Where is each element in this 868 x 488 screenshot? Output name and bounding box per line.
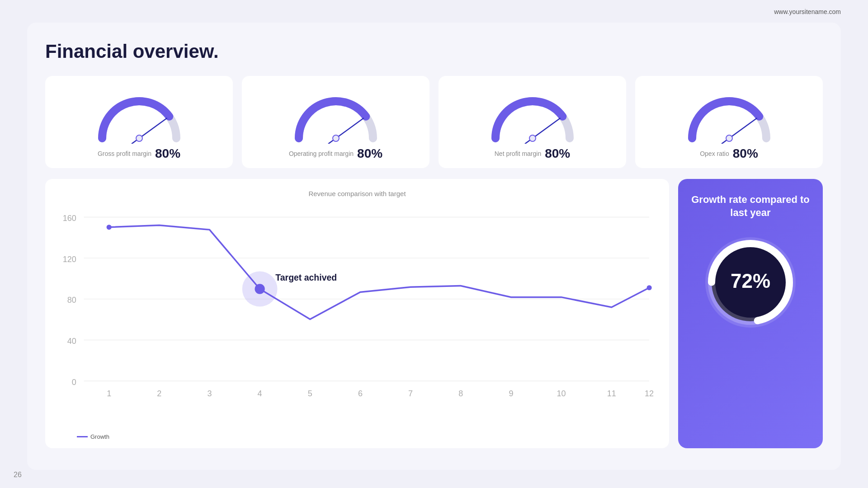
svg-text:4: 4 <box>258 389 262 398</box>
svg-text:10: 10 <box>557 389 566 398</box>
svg-text:12: 12 <box>645 389 654 398</box>
legend-line-icon <box>77 436 88 437</box>
svg-point-14 <box>756 114 762 119</box>
svg-point-6 <box>363 114 368 119</box>
growth-card-title: Growth rate compared to last year <box>689 193 812 219</box>
donut-chart: 72% <box>701 233 800 332</box>
gauge-card-opex-ratio: Opex ratio80% <box>635 76 823 168</box>
gauge-label-operating-profit: Operating profit margin <box>289 150 354 157</box>
svg-text:72%: 72% <box>731 270 770 292</box>
page-number: 26 <box>14 471 22 479</box>
svg-point-2 <box>166 114 172 119</box>
gauge-label-row-operating-profit: Operating profit margin80% <box>289 146 382 161</box>
svg-text:40: 40 <box>67 337 76 346</box>
gauge-svg-net-profit <box>483 85 582 144</box>
svg-text:120: 120 <box>63 254 76 263</box>
svg-point-3 <box>100 136 104 141</box>
gauge-label-row-gross-profit: Gross profit margin80% <box>98 146 180 161</box>
gauge-svg-gross-profit <box>90 85 189 144</box>
svg-text:Target achived: Target achived <box>275 272 337 282</box>
chart-title: Revenue comparison with target <box>59 190 656 197</box>
svg-point-9 <box>529 135 536 141</box>
svg-point-10 <box>560 114 565 119</box>
svg-text:7: 7 <box>408 389 413 398</box>
svg-point-42 <box>647 285 652 290</box>
gauge-value-gross-profit: 80% <box>155 146 180 161</box>
svg-point-41 <box>107 225 112 230</box>
site-url: www.yoursitename.com <box>774 8 841 15</box>
bottom-row: Revenue comparison with target 160 120 8… <box>45 179 823 448</box>
gauge-svg-operating-profit <box>286 85 386 144</box>
gauge-value-operating-profit: 80% <box>357 146 382 161</box>
gauge-svg-opex-ratio <box>679 85 779 144</box>
svg-text:6: 6 <box>358 389 363 398</box>
revenue-chart-card: Revenue comparison with target 160 120 8… <box>45 179 669 448</box>
gauge-card-net-profit: Net profit margin80% <box>439 76 626 168</box>
gauge-card-gross-profit: Gross profit margin80% <box>45 76 233 168</box>
svg-text:1: 1 <box>107 389 111 398</box>
svg-text:160: 160 <box>63 214 76 223</box>
svg-point-7 <box>297 136 301 141</box>
gauge-label-row-opex-ratio: Opex ratio80% <box>700 146 758 161</box>
svg-point-13 <box>726 135 732 141</box>
gauge-label-opex-ratio: Opex ratio <box>700 150 729 157</box>
main-container: Financial overview. Gross profit margin8… <box>27 23 841 470</box>
gauge-row: Gross profit margin80% Operating profit … <box>45 76 823 168</box>
chart-legend: Growth <box>77 433 656 440</box>
gauge-label-row-net-profit: Net profit margin80% <box>495 146 571 161</box>
svg-text:5: 5 <box>308 389 312 398</box>
gauge-label-gross-profit: Gross profit margin <box>98 150 151 157</box>
gauge-card-operating-profit: Operating profit margin80% <box>242 76 429 168</box>
gauge-value-opex-ratio: 80% <box>733 146 758 161</box>
growth-rate-card: Growth rate compared to last year 72% <box>678 179 823 448</box>
svg-text:0: 0 <box>72 378 76 387</box>
svg-point-11 <box>493 136 498 141</box>
svg-text:8: 8 <box>458 389 463 398</box>
legend-label: Growth <box>90 433 109 440</box>
svg-text:3: 3 <box>207 389 212 398</box>
gauge-value-net-profit: 80% <box>545 146 570 161</box>
svg-point-39 <box>255 284 265 294</box>
svg-point-5 <box>333 135 339 141</box>
svg-text:2: 2 <box>157 389 161 398</box>
svg-text:11: 11 <box>607 389 616 398</box>
svg-text:80: 80 <box>67 296 76 305</box>
page-title: Financial overview. <box>45 41 823 62</box>
gauge-label-net-profit: Net profit margin <box>495 150 541 158</box>
svg-point-1 <box>136 135 142 141</box>
svg-text:9: 9 <box>509 389 513 398</box>
svg-point-15 <box>690 136 694 141</box>
